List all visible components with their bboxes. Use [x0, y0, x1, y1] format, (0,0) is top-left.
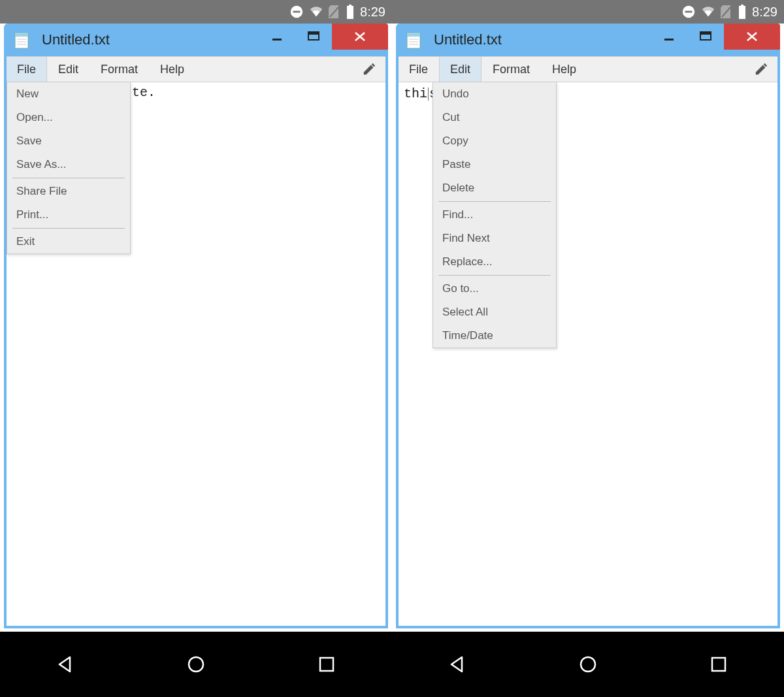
edit-pencil-button[interactable]: [353, 57, 385, 82]
battery-icon: [738, 5, 747, 19]
text-caret: [428, 88, 429, 101]
menu-help[interactable]: Help: [149, 57, 195, 82]
nav-recents-button[interactable]: [705, 651, 732, 678]
edit-menu-undo[interactable]: Undo: [433, 82, 556, 106]
svg-rect-25: [664, 39, 674, 41]
svg-rect-4: [349, 5, 351, 7]
dnd-icon: [289, 5, 304, 19]
svg-rect-10: [272, 39, 282, 41]
battery-icon: [346, 5, 355, 19]
svg-point-32: [581, 657, 595, 672]
status-bar: 8:29: [0, 0, 392, 24]
maximize-button[interactable]: [295, 24, 332, 50]
dnd-icon: [681, 5, 696, 19]
menu-file[interactable]: File: [7, 57, 47, 82]
menu-bar: File Edit Format Help: [399, 56, 777, 82]
file-dropdown: New Open... Save Save As... Share File P…: [7, 82, 131, 254]
nav-back-button[interactable]: [444, 651, 471, 678]
edit-menu-replace[interactable]: Replace...: [433, 250, 556, 274]
svg-rect-3: [347, 6, 353, 19]
file-menu-print[interactable]: Print...: [7, 203, 130, 227]
status-time: 8:29: [360, 5, 385, 20]
maximize-button[interactable]: [687, 24, 724, 50]
svg-rect-18: [739, 6, 745, 19]
no-sim-icon: [329, 5, 340, 18]
file-menu-new[interactable]: New: [7, 82, 130, 106]
nav-back-button[interactable]: [52, 651, 79, 678]
svg-rect-12: [308, 32, 319, 35]
title-bar: Untitled.txt: [4, 24, 388, 56]
notepad-icon: [405, 30, 422, 50]
svg-rect-6: [15, 33, 28, 37]
edit-menu-cut[interactable]: Cut: [433, 106, 556, 129]
menu-edit[interactable]: Edit: [439, 57, 482, 82]
android-nav-bar: [0, 632, 784, 697]
title-bar: Untitled.txt: [396, 24, 780, 56]
menu-edit[interactable]: Edit: [47, 57, 90, 82]
menu-format[interactable]: Format: [482, 57, 541, 82]
status-time: 8:29: [752, 5, 777, 20]
menu-separator: [12, 228, 125, 229]
edit-menu-find-next[interactable]: Find Next: [433, 227, 556, 250]
editor-area[interactable]: te. New Open... Save Save As... Share Fi…: [7, 82, 385, 626]
svg-point-30: [189, 657, 203, 672]
window-controls: [259, 24, 388, 50]
file-menu-open[interactable]: Open...: [7, 106, 130, 129]
svg-rect-31: [320, 658, 333, 671]
window-title: Untitled.txt: [434, 31, 651, 48]
svg-rect-1: [293, 11, 301, 13]
edit-menu-goto[interactable]: Go to...: [433, 277, 556, 300]
menu-bar: File Edit Format Help: [7, 56, 385, 82]
file-menu-save-as[interactable]: Save As...: [7, 153, 130, 176]
menu-separator: [12, 178, 125, 178]
close-button[interactable]: [724, 24, 780, 50]
edit-dropdown: Undo Cut Copy Paste Delete Find... Find …: [433, 82, 557, 348]
close-button[interactable]: [332, 24, 388, 50]
notepad-window: Untitled.txt File Edit Format: [396, 24, 780, 628]
nav-home-button[interactable]: [182, 651, 210, 678]
device-left: 8:29 Untitled.txt: [0, 0, 392, 632]
edit-menu-copy[interactable]: Copy: [433, 129, 556, 153]
no-sim-icon: [721, 5, 732, 18]
nav-recents-button[interactable]: [313, 651, 340, 678]
nav-home-button[interactable]: [574, 651, 602, 678]
svg-rect-33: [712, 658, 725, 671]
status-bar: 8:29: [392, 0, 784, 24]
editor-text-fragment: te.: [132, 85, 155, 100]
menu-separator: [438, 201, 551, 202]
edit-menu-find[interactable]: Find...: [433, 203, 556, 227]
svg-rect-21: [407, 33, 420, 37]
file-menu-save[interactable]: Save: [7, 129, 130, 153]
menu-format[interactable]: Format: [90, 57, 149, 82]
notepad-icon: [13, 30, 30, 50]
device-right: 8:29 Untitled.txt: [392, 0, 784, 632]
edit-menu-select-all[interactable]: Select All: [433, 300, 556, 324]
edit-pencil-button[interactable]: [745, 57, 777, 82]
window-title: Untitled.txt: [42, 31, 259, 48]
wifi-icon: [701, 5, 715, 19]
minimize-button[interactable]: [651, 24, 687, 50]
notepad-window: Untitled.txt File Edit Format: [4, 24, 388, 628]
minimize-button[interactable]: [259, 24, 295, 50]
menu-separator: [438, 275, 551, 276]
svg-rect-27: [700, 32, 711, 35]
edit-menu-paste[interactable]: Paste: [433, 153, 556, 176]
menu-file[interactable]: File: [399, 57, 439, 82]
window-controls: [651, 24, 780, 50]
edit-menu-time-date[interactable]: Time/Date: [433, 324, 556, 348]
menu-help[interactable]: Help: [541, 57, 587, 82]
file-menu-exit[interactable]: Exit: [7, 230, 130, 253]
file-menu-share[interactable]: Share File: [7, 180, 130, 203]
wifi-icon: [309, 5, 323, 19]
svg-rect-19: [741, 5, 743, 7]
svg-rect-16: [685, 11, 693, 13]
edit-menu-delete[interactable]: Delete: [433, 176, 556, 200]
editor-area[interactable]: this Undo Cut Copy Paste Delete Find... …: [399, 82, 777, 626]
